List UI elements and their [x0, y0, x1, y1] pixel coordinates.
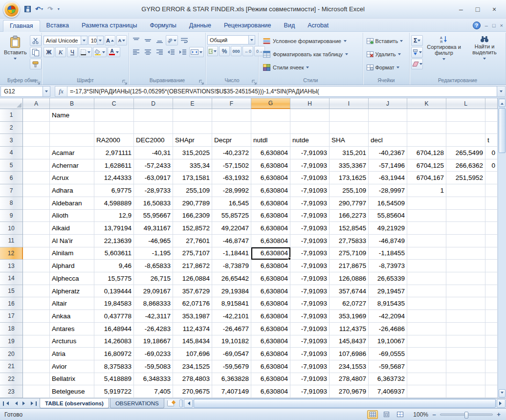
cell-B15[interactable]: Alpheratz — [50, 285, 94, 298]
office-button[interactable] — [3, 1, 20, 18]
cell-E5[interactable]: 335,34 — [173, 159, 212, 172]
insert-cells-button[interactable]: Вставить — [365, 35, 408, 47]
cell-E7[interactable]: 255,109 — [173, 184, 212, 197]
cell-C11[interactable]: 22,13639 — [94, 235, 134, 247]
sheet-tab-observations[interactable]: OBSERVATIONS — [110, 398, 164, 408]
cell-H13[interactable]: -7,91093 — [290, 260, 330, 272]
cell-D1[interactable] — [134, 109, 173, 122]
cell-A22[interactable] — [23, 373, 50, 386]
find-select-button[interactable]: Найти и выделить — [465, 34, 504, 77]
increase-decimal-button[interactable]: ←0 — [242, 46, 253, 56]
name-box[interactable]: G12 — [0, 86, 50, 97]
cell-C4[interactable]: 2,971111 — [94, 147, 134, 159]
cell-F22[interactable]: 6,363828 — [212, 373, 251, 386]
row-header-15[interactable]: 15 — [0, 285, 23, 298]
cell-overflow21[interactable] — [485, 360, 498, 373]
qat-customize-button[interactable]: ▾ — [56, 6, 61, 12]
cell-B9[interactable]: Alioth — [50, 210, 94, 222]
row-header-4[interactable]: 4 — [0, 147, 23, 159]
cell-G4[interactable]: 6,630804 — [251, 147, 290, 159]
cell-A16[interactable] — [23, 297, 50, 310]
fill-color-button[interactable] — [93, 47, 107, 57]
cell-I15[interactable]: 357,6744 — [330, 285, 369, 298]
cell-G3[interactable]: nutdl — [251, 134, 290, 147]
cell-D23[interactable]: 7,405 — [134, 385, 173, 398]
cell-I18[interactable]: 112,4375 — [330, 323, 369, 335]
expand-formula-bar-button[interactable] — [497, 86, 506, 97]
redo-button[interactable]: ↷ — [46, 5, 54, 13]
cell-K17[interactable] — [407, 310, 446, 323]
shrink-font-button[interactable]: А — [116, 35, 127, 45]
cell-G1[interactable] — [251, 109, 290, 122]
row-header-18[interactable]: 18 — [0, 323, 23, 335]
autosum-button[interactable]: Σ — [411, 35, 423, 46]
cell-L12[interactable] — [446, 247, 485, 260]
row-header-9[interactable]: 9 — [0, 210, 23, 222]
underline-button[interactable]: Ч — [67, 47, 78, 57]
cell-I8[interactable]: 290,7797 — [330, 197, 369, 210]
cell-overflow2[interactable] — [485, 122, 498, 134]
cell-G10[interactable]: 6,630804 — [251, 222, 290, 235]
cell-K14[interactable] — [407, 272, 446, 285]
cell-B2[interactable] — [50, 122, 94, 134]
insert-worksheet-button[interactable] — [165, 398, 176, 408]
cell-B7[interactable]: Adhara — [50, 184, 94, 197]
cell-overflow16[interactable] — [485, 297, 498, 310]
cell-I23[interactable]: 270,9679 — [330, 385, 369, 398]
cell-K16[interactable] — [407, 297, 446, 310]
copy-button[interactable] — [30, 47, 42, 58]
cell-H3[interactable]: nutde — [290, 134, 330, 147]
cell-H8[interactable]: -7,91093 — [290, 197, 330, 210]
cell-K1[interactable] — [407, 109, 446, 122]
cell-H7[interactable]: -7,91093 — [290, 184, 330, 197]
cell-G11[interactable]: 6,630804 — [251, 235, 290, 247]
cut-button[interactable] — [30, 35, 42, 46]
sheet-tab-table-observations-[interactable]: TABLE (observations) — [40, 398, 109, 408]
cell-H9[interactable]: -7,91093 — [290, 210, 330, 222]
cell-B3[interactable] — [50, 134, 94, 147]
scroll-up-button[interactable] — [499, 99, 506, 107]
cell-K3[interactable] — [407, 134, 446, 147]
cell-B20[interactable]: Atria — [50, 348, 94, 360]
cell-overflow5[interactable]: 0 — [485, 159, 498, 172]
cell-G17[interactable]: 6,630804 — [251, 310, 290, 323]
cell-C12[interactable]: 5,603611 — [94, 247, 134, 260]
align-top-button[interactable] — [131, 35, 141, 45]
cell-F12[interactable]: -1,18441 — [212, 247, 251, 260]
dialog-launcher-icon[interactable] — [35, 78, 41, 84]
previous-sheet-button[interactable] — [11, 399, 20, 408]
column-header-partial[interactable] — [485, 98, 498, 109]
row-header-16[interactable]: 16 — [0, 297, 23, 310]
cell-E18[interactable]: 112,4374 — [173, 323, 212, 335]
tab-главная[interactable]: Главная — [3, 20, 40, 32]
cell-E16[interactable]: 62,07176 — [173, 297, 212, 310]
cell-B11[interactable]: Al Na'ir — [50, 235, 94, 247]
cell-J10[interactable]: 49,21929 — [369, 222, 407, 235]
cell-B10[interactable]: Alkaid — [50, 222, 94, 235]
cell-I3[interactable]: SHA — [330, 134, 369, 147]
cell-overflow11[interactable] — [485, 235, 498, 247]
borders-button[interactable] — [79, 47, 92, 57]
tab-рецензирование[interactable]: Рецензирование — [218, 20, 278, 31]
cell-B16[interactable]: Altair — [50, 297, 94, 310]
cell-H22[interactable]: -7,91093 — [290, 373, 330, 386]
vertical-scrollbar[interactable] — [498, 98, 506, 398]
horizontal-scrollbar[interactable] — [179, 398, 506, 408]
tab-acrobat[interactable]: Acrobat — [301, 20, 335, 31]
minimize-button[interactable]: – — [456, 5, 466, 13]
cell-G12[interactable]: 6,630804 — [251, 247, 290, 260]
cell-B6[interactable]: Acrux — [50, 172, 94, 184]
cell-I10[interactable]: 152,8545 — [330, 222, 369, 235]
cell-A6[interactable] — [23, 172, 50, 184]
cell-overflow10[interactable] — [485, 222, 498, 235]
cell-G13[interactable]: 6,630804 — [251, 260, 290, 272]
cell-B17[interactable]: Ankaa — [50, 310, 94, 323]
cell-J8[interactable]: 16,54509 — [369, 197, 407, 210]
cell-H19[interactable]: -7,91093 — [290, 335, 330, 348]
insert-function-button[interactable]: fx — [55, 86, 67, 97]
cell-B8[interactable]: Aldebaran — [50, 197, 94, 210]
zoom-in-button[interactable]: + — [496, 411, 502, 418]
cell-E2[interactable] — [173, 122, 212, 134]
cell-overflow12[interactable] — [485, 247, 498, 260]
conditional-formatting-button[interactable]: Условное форматирование — [260, 35, 361, 47]
